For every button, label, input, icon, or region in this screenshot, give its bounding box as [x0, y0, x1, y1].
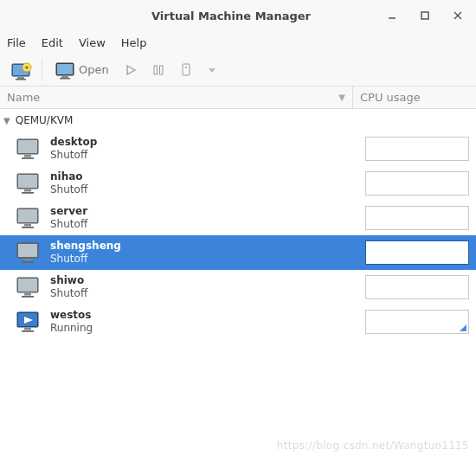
- svg-rect-22: [18, 140, 37, 153]
- maximize-button[interactable]: [419, 10, 431, 22]
- vm-state: Shutoff: [50, 149, 97, 162]
- column-header-cpu[interactable]: CPU usage: [353, 91, 476, 104]
- svg-rect-16: [154, 66, 158, 74]
- svg-rect-30: [18, 209, 37, 222]
- window-title: Virtual Machine Manager: [76, 10, 386, 22]
- open-vm-button[interactable]: Open: [49, 57, 114, 83]
- svg-rect-40: [22, 296, 34, 298]
- vm-row[interactable]: shengshengShutoff: [0, 235, 476, 270]
- svg-rect-6: [17, 77, 24, 79]
- svg-rect-27: [24, 189, 31, 192]
- vm-list: ▼ QEMU/KVM desktopShutoffnihaoShutoffser…: [0, 109, 476, 455]
- run-button[interactable]: [119, 57, 142, 83]
- vm-row[interactable]: westosRunning: [0, 304, 476, 339]
- vm-text: serverShutoff: [50, 205, 87, 231]
- new-vm-button[interactable]: [5, 57, 35, 83]
- svg-rect-35: [24, 259, 31, 261]
- svg-rect-26: [18, 175, 37, 188]
- vm-name: westos: [50, 309, 93, 322]
- chevron-down-icon: ▼: [3, 116, 10, 125]
- monitor-off-icon: [14, 172, 43, 195]
- window-controls: [386, 10, 464, 22]
- monitor-off-icon: [14, 207, 43, 229]
- pause-button[interactable]: [147, 57, 170, 83]
- vm-name: shiwo: [50, 274, 87, 287]
- svg-rect-39: [24, 293, 31, 296]
- svg-rect-28: [22, 192, 34, 194]
- svg-rect-12: [57, 64, 73, 74]
- vm-text: shengshengShutoff: [50, 240, 121, 266]
- play-icon: [125, 64, 137, 76]
- minimize-button[interactable]: [386, 10, 398, 22]
- cpu-usage-cell: [365, 137, 469, 161]
- monitor-off-icon: [14, 241, 43, 264]
- svg-rect-18: [183, 64, 190, 75]
- column-header-name[interactable]: Name ▼: [0, 87, 353, 108]
- menu-edit[interactable]: Edit: [42, 36, 63, 49]
- monitor-running-icon: [14, 311, 43, 333]
- cpu-usage-cell: [365, 206, 469, 230]
- vm-state: Shutoff: [50, 253, 121, 266]
- cpu-usage-cell: [365, 275, 469, 299]
- menu-view[interactable]: View: [79, 36, 106, 49]
- sort-indicator-icon: ▼: [338, 93, 345, 102]
- vm-name: server: [50, 205, 87, 218]
- svg-point-19: [185, 67, 187, 68]
- svg-rect-1: [421, 12, 428, 19]
- vm-row[interactable]: desktopShutoff: [0, 131, 476, 166]
- monitor-icon: [55, 62, 74, 78]
- shutdown-menu-button[interactable]: [203, 57, 222, 83]
- vm-row[interactable]: serverShutoff: [0, 201, 476, 235]
- cpu-sparkline: [460, 324, 466, 331]
- open-button-label: Open: [79, 63, 109, 76]
- chevron-down-icon: [208, 66, 216, 74]
- cpu-usage-cell: [365, 171, 469, 195]
- svg-rect-23: [24, 155, 31, 157]
- svg-rect-17: [159, 66, 163, 74]
- vm-state: Shutoff: [50, 287, 87, 300]
- svg-rect-13: [61, 76, 68, 78]
- svg-marker-15: [127, 66, 135, 74]
- column-header-name-label: Name: [7, 91, 40, 104]
- vm-row[interactable]: nihaoShutoff: [0, 166, 476, 201]
- titlebar: Virtual Machine Manager: [0, 0, 476, 31]
- svg-rect-32: [22, 227, 34, 228]
- watermark: https://blog.csdn.net/Wangtuo1115: [277, 439, 469, 452]
- vm-text: nihaoShutoff: [50, 170, 87, 196]
- vm-text: shiwoShutoff: [50, 274, 87, 300]
- svg-rect-45: [22, 330, 34, 332]
- vm-row[interactable]: shiwoShutoff: [0, 270, 476, 304]
- pause-icon: [152, 64, 164, 76]
- connection-group[interactable]: ▼ QEMU/KVM: [0, 109, 476, 131]
- monitor-new-icon: [10, 62, 29, 78]
- svg-rect-24: [22, 157, 34, 159]
- svg-rect-38: [18, 279, 37, 292]
- toolbar: Open: [0, 54, 476, 87]
- svg-marker-20: [209, 68, 215, 73]
- vm-state: Shutoff: [50, 218, 87, 231]
- vm-state: Running: [50, 322, 93, 335]
- svg-rect-36: [22, 261, 34, 263]
- cpu-usage-cell: [365, 310, 469, 334]
- connection-label: QEMU/KVM: [16, 114, 74, 126]
- shutdown-button[interactable]: [175, 57, 197, 83]
- menu-help[interactable]: Help: [121, 36, 147, 49]
- svg-rect-7: [16, 79, 26, 80]
- vm-state: Shutoff: [50, 183, 87, 196]
- menubar: File Edit View Help: [0, 31, 476, 54]
- vm-name: nihao: [50, 170, 87, 183]
- svg-rect-44: [24, 328, 31, 330]
- column-header-row: Name ▼ CPU usage: [0, 87, 476, 109]
- monitor-off-icon: [14, 138, 43, 160]
- menu-file[interactable]: File: [7, 36, 26, 49]
- vm-name: desktop: [50, 136, 97, 149]
- svg-rect-14: [60, 78, 70, 80]
- column-header-cpu-label: CPU usage: [360, 91, 421, 104]
- cpu-usage-cell: [365, 240, 469, 265]
- shutdown-icon: [180, 63, 192, 77]
- vm-name: shengsheng: [50, 240, 121, 253]
- close-button[interactable]: [452, 10, 464, 22]
- toolbar-separator: [42, 59, 42, 81]
- svg-rect-34: [18, 244, 37, 257]
- monitor-off-icon: [14, 276, 43, 298]
